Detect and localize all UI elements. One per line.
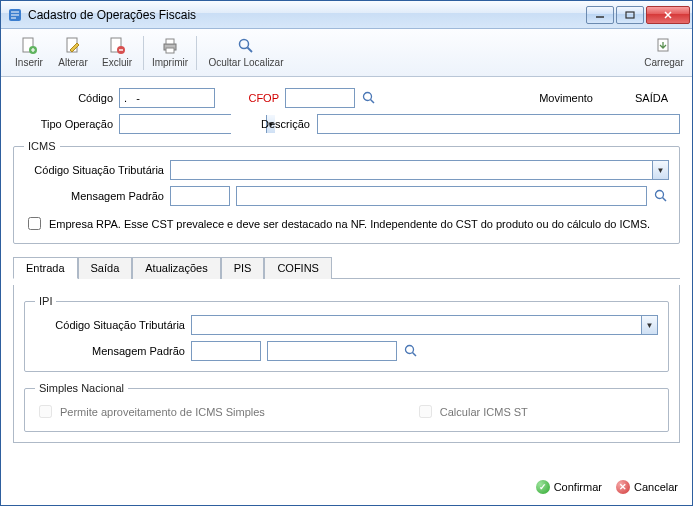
cfop-input[interactable] xyxy=(285,88,355,108)
svg-line-15 xyxy=(371,100,375,104)
toolbar-separator xyxy=(143,36,144,70)
chevron-down-icon: ▼ xyxy=(641,316,657,334)
confirmar-label: Confirmar xyxy=(554,481,602,493)
window-close-button[interactable] xyxy=(646,6,690,24)
carregar-button[interactable]: Carregar xyxy=(642,33,686,73)
titlebar: Cadastro de Operações Fiscais xyxy=(1,1,692,29)
new-doc-icon xyxy=(20,37,38,55)
tab-panel-entrada: IPI Código Situação Tributária ▼ Mensage… xyxy=(13,285,680,443)
svg-rect-10 xyxy=(166,48,174,53)
ipi-cst-select[interactable]: ▼ xyxy=(191,315,658,335)
simples-legend: Simples Nacional xyxy=(35,382,128,394)
alterar-button[interactable]: Alterar xyxy=(51,33,95,73)
tipo-operacao-select[interactable]: ▼ xyxy=(119,114,231,134)
calcular-icms-st-label: Calcular ICMS ST xyxy=(440,406,528,418)
svg-line-12 xyxy=(248,48,253,53)
descricao-input[interactable] xyxy=(317,114,680,134)
rpa-label: Empresa RPA. Esse CST prevalece e deve s… xyxy=(49,218,650,230)
tipo-operacao-label: Tipo Operação xyxy=(13,118,113,130)
svg-point-18 xyxy=(406,346,414,354)
ipi-cst-label: Código Situação Tributária xyxy=(35,319,185,331)
x-circle-icon: ✕ xyxy=(616,480,630,494)
permite-icms-label: Permite aproveitamento de ICMS Simples xyxy=(60,406,265,418)
carregar-label: Carregar xyxy=(644,57,683,68)
cancelar-label: Cancelar xyxy=(634,481,678,493)
inserir-button[interactable]: Inserir xyxy=(7,33,51,73)
cfop-search-icon[interactable] xyxy=(361,90,377,106)
icms-cst-select[interactable]: ▼ xyxy=(170,160,669,180)
svg-rect-9 xyxy=(166,39,174,44)
icms-cst-label: Código Situação Tributária xyxy=(24,164,164,176)
window: Cadastro de Operações Fiscais Inserir Al… xyxy=(0,0,693,506)
tab-atualizacoes[interactable]: Atualizações xyxy=(132,257,220,279)
rpa-checkbox[interactable] xyxy=(28,217,41,230)
chevron-down-icon: ▼ xyxy=(652,161,668,179)
app-icon xyxy=(7,7,23,23)
svg-line-17 xyxy=(663,198,667,202)
footer: ✓ Confirmar ✕ Cancelar xyxy=(1,469,692,505)
content: Código CFOP Movimento SAÍDA Tipo Operaçã… xyxy=(1,77,692,469)
inserir-label: Inserir xyxy=(15,57,43,68)
check-circle-icon: ✓ xyxy=(536,480,550,494)
toolbar: Inserir Alterar Excluir Imprimir O xyxy=(1,29,692,77)
tab-entrada[interactable]: Entrada xyxy=(13,257,78,279)
icms-group: ICMS Código Situação Tributária ▼ Mensag… xyxy=(13,140,680,244)
icms-msg-desc-input xyxy=(236,186,647,206)
icms-msg-search-icon[interactable] xyxy=(653,188,669,204)
toolbar-separator xyxy=(196,36,197,70)
calcular-icms-st-checkbox xyxy=(419,405,432,418)
icms-msg-code-input[interactable] xyxy=(170,186,230,206)
alterar-label: Alterar xyxy=(58,57,87,68)
svg-point-11 xyxy=(240,40,249,49)
imprimir-label: Imprimir xyxy=(152,57,188,68)
excluir-button[interactable]: Excluir xyxy=(95,33,139,73)
svg-rect-2 xyxy=(626,12,634,18)
tab-pis[interactable]: PIS xyxy=(221,257,265,279)
tabs: Entrada Saída Atualizações PIS COFINS xyxy=(13,256,680,279)
ipi-msg-search-icon[interactable] xyxy=(403,343,419,359)
edit-doc-icon xyxy=(64,37,82,55)
confirmar-button[interactable]: ✓ Confirmar xyxy=(536,480,602,494)
ipi-group: IPI Código Situação Tributária ▼ Mensage… xyxy=(24,295,669,372)
descricao-label: Descrição xyxy=(261,118,311,130)
icms-msg-label: Mensagem Padrão xyxy=(24,190,164,202)
svg-point-16 xyxy=(656,191,664,199)
ipi-msg-desc-input xyxy=(267,341,397,361)
cancelar-button[interactable]: ✕ Cancelar xyxy=(616,480,678,494)
delete-doc-icon xyxy=(108,37,126,55)
movimento-value: SAÍDA xyxy=(635,92,668,104)
load-icon xyxy=(655,37,673,55)
cfop-label: CFOP xyxy=(245,92,279,104)
icms-legend: ICMS xyxy=(24,140,60,152)
window-title: Cadastro de Operações Fiscais xyxy=(28,8,586,22)
window-minimize-button[interactable] xyxy=(586,6,614,24)
ocultar-label: Ocultar Localizar xyxy=(208,57,283,68)
codigo-input[interactable] xyxy=(119,88,215,108)
window-maximize-button[interactable] xyxy=(616,6,644,24)
tab-cofins[interactable]: COFINS xyxy=(264,257,332,279)
ipi-legend: IPI xyxy=(35,295,56,307)
codigo-label: Código xyxy=(13,92,113,104)
excluir-label: Excluir xyxy=(102,57,132,68)
ipi-msg-label: Mensagem Padrão xyxy=(35,345,185,357)
permite-icms-checkbox xyxy=(39,405,52,418)
print-icon xyxy=(161,37,179,55)
ocultar-localizar-button[interactable]: Ocultar Localizar xyxy=(201,33,291,73)
magnifier-icon xyxy=(237,37,255,55)
svg-point-14 xyxy=(364,93,372,101)
svg-line-19 xyxy=(413,353,417,357)
simples-group: Simples Nacional Permite aproveitamento … xyxy=(24,382,669,432)
tab-saida[interactable]: Saída xyxy=(78,257,133,279)
imprimir-button[interactable]: Imprimir xyxy=(148,33,192,73)
movimento-label: Movimento xyxy=(539,92,593,104)
ipi-msg-code-input[interactable] xyxy=(191,341,261,361)
